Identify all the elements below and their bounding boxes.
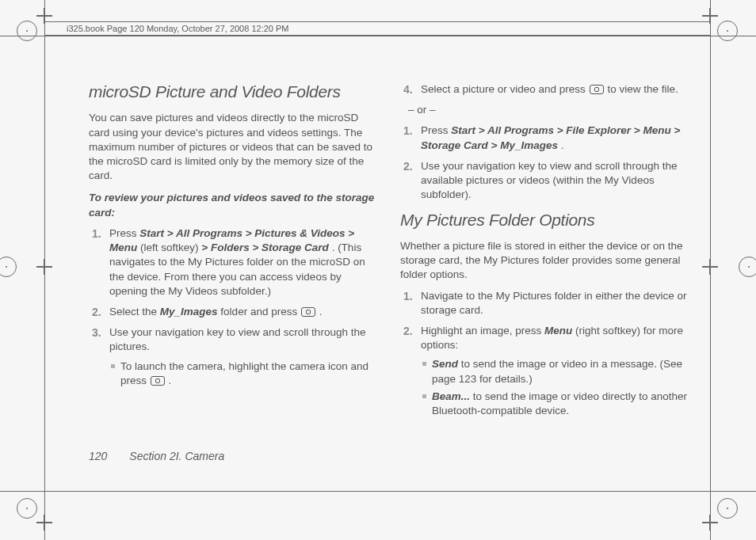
crop-line-top [0, 36, 756, 36]
step-item: 2. Highlight an image, press Menu (right… [421, 324, 691, 418]
content-columns: microSD Picture and Video Folders You ca… [89, 76, 691, 424]
section-label: Section 2I. Camera [129, 450, 224, 462]
section-heading: My Pictures Folder Options [400, 209, 691, 231]
registration-mark-icon [717, 21, 738, 41]
page-footer: 120 Section 2I. Camera [89, 450, 224, 462]
step-text: Press Start > All Programs > File Explor… [421, 124, 680, 150]
intro-paragraph: You can save pictures and videos directl… [89, 111, 380, 183]
step-item: 2. Use your navigation key to view and s… [421, 159, 691, 203]
step-number: 2. [403, 159, 413, 174]
crop-cross-icon [702, 259, 718, 275]
step-number: 1. [403, 124, 413, 139]
step-text: Press Start > All Programs > Pictures & … [109, 227, 365, 297]
crop-line-bottom [0, 491, 756, 492]
ok-key-icon [301, 307, 315, 317]
step-number: 2. [403, 324, 413, 339]
step-item: 1. Press Start > All Programs > Pictures… [109, 226, 380, 299]
step-text: Select a picture or video and press to v… [421, 83, 678, 95]
registration-mark-icon [739, 257, 756, 277]
crop-cross-icon [36, 515, 52, 530]
registration-mark-icon [17, 498, 37, 519]
step-number: 1. [92, 226, 101, 241]
step-item: 1. Navigate to the My Pictures folder in… [421, 289, 691, 318]
sub-bullet-item: To launch the camera, highlight the came… [120, 359, 380, 388]
header-text: i325.book Page 120 Monday, October 27, 2… [67, 24, 289, 33]
step-item: 3. Use your navigation key to view and s… [109, 325, 380, 388]
step-number: 2. [92, 305, 101, 320]
right-column: 4. Select a picture or video and press t… [400, 76, 691, 424]
step-number: 3. [92, 325, 101, 340]
crop-cross-icon [36, 8, 52, 24]
page-root: i325.book Page 120 Monday, October 27, 2… [0, 0, 756, 540]
left-column: microSD Picture and Video Folders You ca… [89, 76, 380, 424]
step-text: Navigate to the My Pictures folder in ei… [421, 290, 686, 316]
registration-mark-icon [17, 21, 37, 41]
step-number: 1. [403, 289, 413, 304]
step-item: 2. Select the My_Images folder and press… [109, 305, 380, 319]
step-text: Use your navigation key to view and scro… [421, 160, 677, 200]
intro-paragraph: Whether a picture file is stored in eith… [400, 239, 691, 283]
crop-cross-icon [702, 515, 718, 530]
crop-cross-icon [702, 8, 718, 24]
step-text: Highlight an image, press Menu (right so… [421, 325, 683, 351]
step-item: 4. Select a picture or video and press t… [421, 82, 691, 97]
ok-key-icon [590, 85, 604, 94]
section-heading: microSD Picture and Video Folders [89, 81, 380, 103]
subheading: To review your pictures and videos saved… [89, 191, 380, 219]
page-number: 120 [89, 450, 107, 462]
registration-mark-icon [0, 257, 17, 277]
registration-mark-icon [717, 498, 738, 519]
step-number: 4. [403, 82, 413, 97]
step-text: Use your navigation key to view and scro… [109, 326, 365, 352]
ok-key-icon [151, 376, 165, 386]
running-header: i325.book Page 120 Monday, October 27, 2… [44, 22, 710, 36]
sub-bullet-item: Beam... to send the image or video direc… [432, 390, 691, 418]
crop-cross-icon [36, 259, 52, 275]
sub-bullet-item: Send to send the image or video in a mes… [432, 357, 691, 386]
step-text: Select the My_Images folder and press . [109, 306, 322, 318]
step-item: 1. Press Start > All Programs > File Exp… [421, 124, 691, 152]
or-separator: – or – [400, 103, 691, 117]
